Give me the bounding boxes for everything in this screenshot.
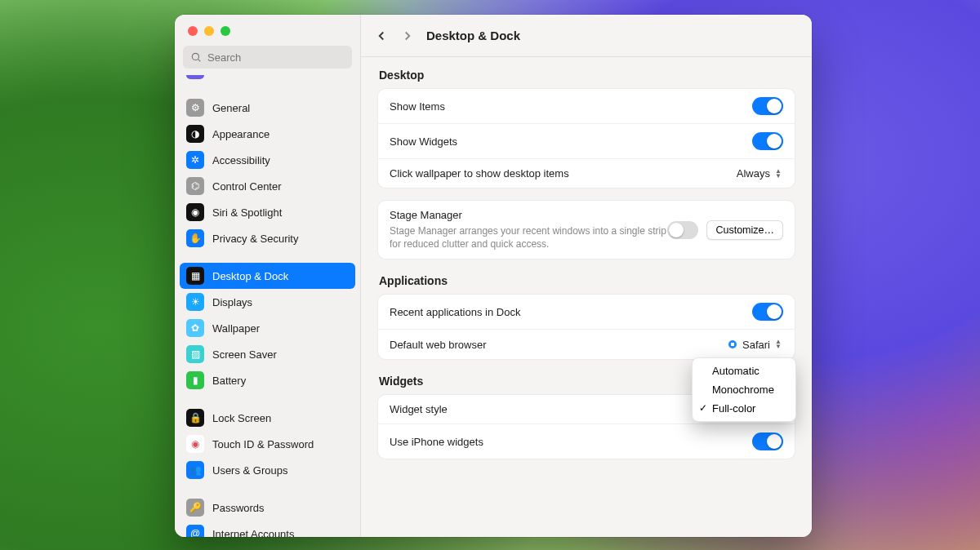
group-desktop-display: Show Items Show Widgets Click wallpaper … [377, 88, 795, 189]
back-button[interactable] [374, 29, 389, 43]
passwords-icon: 🔑 [186, 499, 204, 517]
label: Show Widgets [390, 135, 457, 148]
sidebar-item-wallpaper[interactable]: ✿Wallpaper [180, 315, 355, 341]
sidebar-item-screen-saver[interactable]: ▨Screen Saver [180, 341, 355, 367]
group-widgets: Widget style ▲▼ Use iPhone widgets Autom… [377, 394, 795, 459]
sidebar-item-label: Desktop & Dock [212, 270, 288, 282]
sidebar-item-label: Wallpaper [212, 322, 260, 335]
widget-style-menu[interactable]: AutomaticMonochrome✓Full-color [692, 357, 796, 422]
label: Widget style [390, 403, 448, 415]
group-applications: Recent applications in Dock Default web … [377, 294, 795, 360]
displays-icon: ☀ [186, 293, 204, 311]
content-area[interactable]: Desktop Show Items Show Widgets Click wa… [361, 57, 812, 537]
sidebar-item-label: Users & Groups [212, 464, 287, 477]
settings-window: ⧗Screen Time⚙General◑Appearance✲Accessib… [175, 15, 812, 537]
sidebar-item-siri-spotlight[interactable]: ◉Siri & Spotlight [180, 199, 355, 225]
select-value: Always [737, 167, 770, 180]
sidebar-item-label: General [212, 102, 250, 114]
sidebar-item-label: Touch ID & Password [212, 438, 314, 450]
close-window-button[interactable] [188, 26, 198, 36]
main-pane: Desktop & Dock Desktop Show Items Show W… [361, 15, 812, 537]
control-center-icon: ⌬ [186, 177, 204, 195]
users-groups-icon: 👥 [186, 461, 204, 479]
minimize-window-button[interactable] [204, 26, 214, 36]
sidebar-item-general[interactable]: ⚙General [180, 95, 355, 121]
sidebar-item-label: Passwords [212, 502, 265, 514]
click-wallpaper-select[interactable]: Always ▲▼ [737, 167, 783, 180]
section-heading-applications: Applications [377, 271, 795, 294]
menu-item-label: Automatic [712, 365, 760, 377]
sidebar-item-passwords[interactable]: 🔑Passwords [180, 495, 355, 521]
sidebar-item-accessibility[interactable]: ✲Accessibility [180, 147, 355, 173]
sidebar-item-users-groups[interactable]: 👥Users & Groups [180, 457, 355, 483]
menu-item-label: Full-color [712, 402, 755, 415]
label: Stage Manager [390, 209, 667, 221]
recent-apps-toggle[interactable] [752, 303, 783, 321]
sidebar-item-internet-accounts[interactable]: @Internet Accounts [180, 521, 355, 537]
general-icon: ⚙ [186, 99, 204, 117]
topbar: Desktop & Dock [361, 15, 812, 57]
sidebar-item-touchid-password[interactable]: ◉Touch ID & Password [180, 431, 355, 457]
sidebar-item-label: Control Center [212, 180, 282, 193]
label: Show Items [390, 100, 445, 113]
sidebar-item-lock-screen[interactable]: 🔒Lock Screen [180, 405, 355, 431]
row-use-iphone-widgets: Use iPhone widgets [378, 424, 795, 459]
window-controls [175, 15, 360, 41]
internet-accounts-icon: @ [186, 525, 204, 537]
sidebar-nav[interactable]: ⧗Screen Time⚙General◑Appearance✲Accessib… [175, 75, 360, 537]
sidebar-item-control-center[interactable]: ⌬Control Center [180, 173, 355, 199]
description: Stage Manager arranges your recent windo… [390, 224, 667, 251]
label: Use iPhone widgets [390, 436, 483, 448]
accessibility-icon: ✲ [186, 151, 204, 169]
row-default-browser: Default web browser Safari ▲▼ [378, 329, 795, 359]
menu-item-monochrome[interactable]: Monochrome [693, 380, 795, 399]
updown-icon: ▲▼ [773, 169, 783, 179]
sidebar-item-label: Displays [212, 296, 252, 308]
group-stage-manager: Stage Manager Stage Manager arranges you… [377, 200, 795, 259]
section-heading-desktop: Desktop [377, 65, 795, 88]
show-items-toggle[interactable] [752, 97, 783, 115]
updown-icon: ▲▼ [773, 339, 783, 349]
sidebar: ⧗Screen Time⚙General◑Appearance✲Accessib… [175, 15, 361, 537]
touchid-password-icon: ◉ [186, 435, 204, 453]
forward-button[interactable] [400, 29, 415, 43]
label: Default web browser [390, 339, 487, 351]
label: Click wallpaper to show desktop items [390, 167, 569, 180]
select-value: Safari [742, 339, 770, 351]
safari-icon [726, 338, 739, 351]
sidebar-item-battery[interactable]: ▮Battery [180, 367, 355, 393]
screen-saver-icon: ▨ [186, 345, 204, 363]
sidebar-item-appearance[interactable]: ◑Appearance [180, 121, 355, 147]
sidebar-item-label: Appearance [212, 128, 270, 140]
row-stage-manager: Stage Manager Stage Manager arranges you… [378, 201, 795, 259]
screen-time-icon: ⧗ [186, 75, 204, 79]
zoom-window-button[interactable] [220, 26, 230, 36]
sidebar-item-label: Accessibility [212, 154, 270, 166]
stage-manager-toggle[interactable] [667, 221, 698, 239]
row-show-items: Show Items [378, 89, 795, 123]
use-iphone-widgets-toggle[interactable] [752, 432, 783, 450]
default-browser-select[interactable]: Safari ▲▼ [726, 338, 783, 351]
label: Recent applications in Dock [390, 306, 520, 318]
row-click-wallpaper: Click wallpaper to show desktop items Al… [378, 158, 795, 188]
battery-icon: ▮ [186, 371, 204, 389]
menu-item-automatic[interactable]: Automatic [693, 361, 795, 380]
sidebar-item-privacy-security[interactable]: ✋Privacy & Security [180, 225, 355, 251]
wallpaper-icon: ✿ [186, 319, 204, 337]
show-widgets-toggle[interactable] [752, 132, 783, 150]
sidebar-item-label: Internet Accounts [212, 528, 294, 538]
desktop-dock-icon: ▦ [186, 267, 204, 285]
appearance-icon: ◑ [186, 125, 204, 143]
sidebar-item-label: Privacy & Security [212, 233, 298, 245]
menu-item-full-color[interactable]: ✓Full-color [693, 399, 795, 418]
sidebar-item-screen-time[interactable]: ⧗Screen Time [180, 75, 355, 83]
menu-item-label: Monochrome [712, 384, 774, 396]
sidebar-item-displays[interactable]: ☀Displays [180, 289, 355, 315]
sidebar-item-desktop-dock[interactable]: ▦Desktop & Dock [180, 263, 355, 289]
search-input[interactable] [183, 46, 352, 69]
sidebar-item-label: Lock Screen [212, 412, 271, 424]
sidebar-item-label: Screen Saver [212, 348, 277, 361]
customize-button[interactable]: Customize… [706, 220, 783, 240]
row-show-widgets: Show Widgets [378, 123, 795, 158]
sidebar-item-label: Battery [212, 375, 246, 387]
